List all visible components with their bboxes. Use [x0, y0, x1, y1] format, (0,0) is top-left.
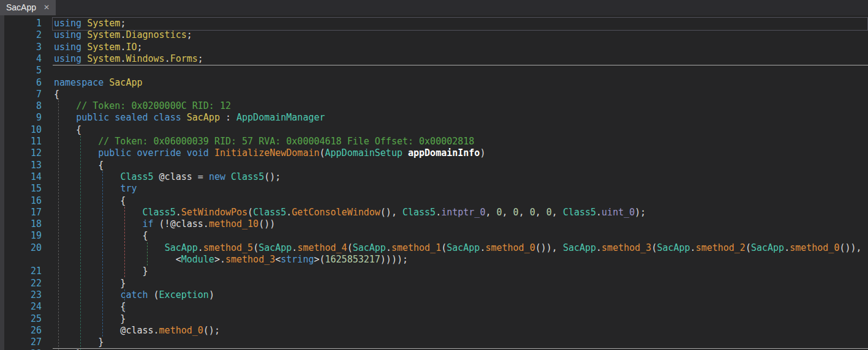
line-number[interactable]: 20 [4, 242, 42, 254]
line-number[interactable]: 19 [4, 230, 42, 242]
procedure-separator-line [53, 65, 868, 65]
code-token-kw: namespace [54, 77, 104, 88]
line-number[interactable]: 11 [4, 136, 42, 147]
line-number[interactable]: 17 [4, 207, 42, 218]
line-number[interactable]: 3 [4, 42, 42, 53]
line-number[interactable]: 22 [4, 278, 42, 289]
code-token-pn: (); [203, 325, 220, 336]
code-token-cm: // Token: 0x0200000C RID: 12 [76, 100, 231, 111]
code-line: // Token: 0x0200000C RID: 12 [54, 100, 231, 112]
code-token-m: smethod_3 [602, 242, 651, 253]
line-number[interactable]: 18 [4, 218, 42, 230]
code-token-pn [54, 183, 120, 194]
code-token-pn: . [165, 53, 170, 64]
code-token-pn: ( [441, 242, 447, 253]
code-token-ty: SacApp [447, 242, 480, 253]
code-token-pn: (), [380, 207, 402, 218]
code-line: } [54, 266, 148, 277]
code-token-pn: ( [320, 147, 325, 158]
code-token-ty: Exception [159, 289, 209, 300]
code-token-pn: } [54, 266, 148, 277]
code-token-num: 0 [546, 207, 552, 218]
code-token-kw: using [54, 18, 81, 29]
line-number[interactable]: 24 [4, 301, 42, 313]
code-token-m: SetWindowPos [181, 207, 247, 218]
code-token-pn: ()) [259, 218, 275, 229]
code-token-cm: // Token: 0x06000039 RID: 57 RVA: 0x0000… [98, 136, 474, 147]
line-number[interactable]: 25 [4, 313, 42, 325]
line-number[interactable]: 6 [4, 77, 42, 89]
line-number[interactable]: 9 [4, 112, 42, 124]
line-number[interactable]: 26 [4, 325, 42, 337]
code-area[interactable]: 1using System;2using System.Diagnostics;… [0, 0, 868, 350]
code-token-m: smethod_3 [225, 254, 275, 265]
decompiler-window: SacApp ✕ 1using System;2using System.Dia… [0, 0, 868, 350]
code-token-fld: uint_0 [602, 207, 635, 218]
code-token-num: 0 [497, 207, 502, 218]
code-token-pn [54, 100, 76, 111]
line-number[interactable]: 12 [4, 147, 42, 159]
code-token-pn [209, 147, 214, 158]
code-token-pn: : [220, 112, 236, 123]
code-line: { [54, 195, 126, 207]
code-token-m: smethod_1 [391, 242, 441, 253]
code-token-pn: ) [480, 147, 485, 158]
code-token-pn: { [54, 301, 126, 312]
line-number[interactable]: 8 [4, 100, 42, 112]
code-token-fld: intptr_0 [441, 207, 485, 218]
line-number[interactable]: 16 [4, 195, 42, 207]
code-token-pn [81, 42, 87, 53]
code-token-ns: SacApp [187, 112, 220, 123]
code-token-pn [54, 171, 120, 182]
current-line-highlight [52, 17, 868, 31]
code-token-kw: class [154, 112, 181, 123]
code-token-kw: try [120, 183, 137, 194]
line-number[interactable]: 5 [4, 65, 42, 76]
code-token-ns: Forms [170, 53, 198, 64]
code-token-m: smethod_2 [696, 242, 745, 253]
line-number[interactable]: 15 [4, 183, 42, 195]
code-token-ty: SacApp [563, 242, 596, 253]
code-token-pn [54, 207, 143, 218]
code-token-pn [109, 112, 115, 123]
code-token-pn: >( [314, 254, 325, 265]
code-token-pn: )))); [380, 254, 408, 265]
code-token-pn: ; [137, 42, 142, 53]
code-token-m: method_0 [159, 325, 203, 336]
line-number[interactable]: 21 [4, 266, 42, 277]
code-line: using System.IO; [54, 42, 143, 53]
code-token-m: smethod_0 [485, 242, 535, 253]
code-token-ns: SacApp [109, 77, 142, 88]
line-number[interactable]: 10 [4, 124, 42, 136]
code-token-pn: . [436, 207, 441, 218]
code-token-kw: using [54, 29, 81, 40]
code-token-pn [104, 77, 109, 88]
code-token-ns: System [87, 18, 120, 29]
code-token-kw: void [187, 147, 209, 158]
line-number[interactable]: 14 [4, 171, 42, 183]
code-line: public sealed class SacApp : AppDomainMa… [54, 112, 325, 124]
line-number[interactable]: 2 [4, 29, 42, 41]
code-line: try [54, 183, 137, 195]
code-token-ty: SacApp [353, 242, 386, 253]
code-token-pn: } [54, 313, 126, 324]
code-line: { [54, 160, 104, 171]
code-token-pn [54, 112, 76, 123]
line-number[interactable]: 1 [4, 18, 42, 29]
code-token-m: method_10 [209, 218, 259, 229]
code-line: Class5 @class = new Class5(); [54, 171, 281, 183]
code-token-pn: } [54, 337, 104, 348]
line-number[interactable]: 27 [4, 337, 42, 348]
code-token-pn: { [54, 230, 148, 241]
code-line: public override void InitializeNewDomain… [54, 147, 485, 159]
code-line: { [54, 124, 81, 136]
code-token-ns: Windows [126, 53, 164, 64]
code-token-ty: Module [181, 254, 214, 265]
line-number[interactable]: 23 [4, 289, 42, 301]
code-token-pn: (!@class. [154, 218, 209, 229]
line-number[interactable]: 7 [4, 89, 42, 100]
line-number[interactable]: 4 [4, 53, 42, 65]
code-token-pn [81, 29, 87, 40]
code-line: @class.method_0(); [54, 325, 220, 337]
line-number[interactable]: 13 [4, 160, 42, 171]
